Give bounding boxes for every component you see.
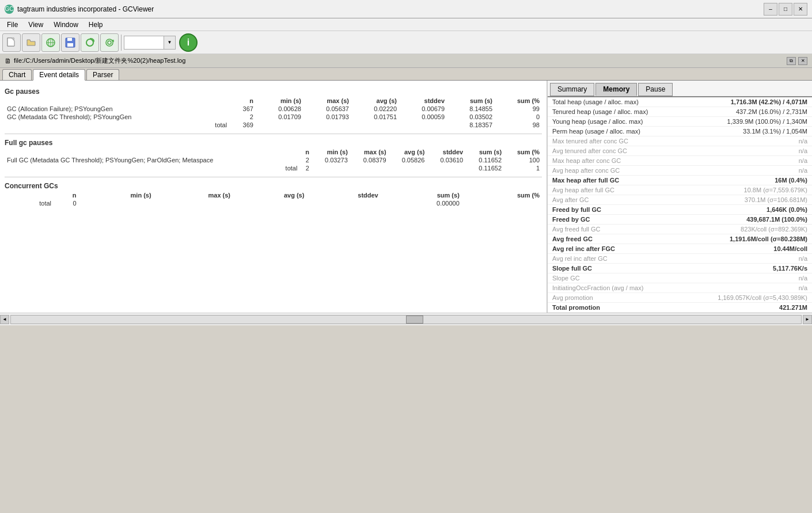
row-name: total bbox=[5, 199, 54, 207]
stats-row: Max heap after full GC 16M (0.4%) bbox=[548, 176, 812, 185]
stat-value: 10.8M (σ=7,559.679K) bbox=[744, 187, 807, 193]
row-sumpct bbox=[462, 199, 542, 207]
svg-rect-7 bbox=[67, 43, 73, 47]
menu-view[interactable]: View bbox=[24, 20, 48, 30]
stats-row: Slope GC n/a bbox=[548, 273, 812, 283]
toolbar: 1000% ▼ i bbox=[0, 31, 812, 54]
tab-summary[interactable]: Summary bbox=[550, 83, 594, 96]
row-max bbox=[154, 199, 233, 207]
col-stddev: stddev bbox=[306, 191, 380, 199]
stats-container: Total heap (usage / alloc. max) 1,716.3M… bbox=[548, 97, 812, 313]
stat-value: n/a bbox=[799, 138, 807, 145]
col-name bbox=[5, 148, 299, 156]
stat-value: 1,169.057K/coll (σ=5,430.989K) bbox=[718, 294, 807, 301]
row-n: 367 bbox=[229, 105, 256, 113]
stat-value: n/a bbox=[799, 275, 807, 282]
tab-chart[interactable]: Chart bbox=[2, 69, 32, 80]
full-gc-pauses-table: n min (s) max (s) avg (s) stddev sum (s)… bbox=[5, 148, 542, 172]
stats-row: Max tenured after conc GC n/a bbox=[548, 136, 812, 146]
row-n: 2 bbox=[229, 113, 256, 121]
close-button[interactable]: ✕ bbox=[794, 3, 807, 16]
row-sum: 8.18357 bbox=[447, 121, 495, 129]
row-max bbox=[350, 164, 389, 172]
concurrent-gcs-header: Concurrent GCs bbox=[5, 180, 542, 191]
content-area: Gc pauses n min (s) max (s) avg (s) stdd… bbox=[0, 81, 812, 325]
tab-parser[interactable]: Parser bbox=[86, 69, 119, 80]
row-n: 2 bbox=[299, 156, 312, 164]
stats-row: InitiatingOccFraction (avg / max) n/a bbox=[548, 283, 812, 293]
save-button[interactable] bbox=[61, 33, 79, 52]
tab-memory[interactable]: Memory bbox=[595, 83, 637, 96]
stat-value: n/a bbox=[799, 167, 807, 174]
row-sumpct: 1 bbox=[504, 164, 542, 172]
app-icon: GC bbox=[5, 5, 14, 14]
title-text: tagtraum industries incorporated - GCVie… bbox=[17, 5, 154, 13]
stat-label: Avg promotion bbox=[552, 294, 718, 301]
stat-value: 370.1M (σ=106.681M) bbox=[745, 196, 807, 203]
minimize-button[interactable]: – bbox=[764, 3, 777, 16]
bottom-scrollbar: ◄ ► bbox=[0, 313, 812, 325]
maximize-button[interactable]: □ bbox=[779, 3, 792, 16]
scrollbar-thumb[interactable] bbox=[406, 316, 423, 324]
col-stddev: stddev bbox=[427, 148, 465, 156]
zoom-input[interactable]: 1000% bbox=[124, 36, 164, 50]
stat-label: Freed by full GC bbox=[552, 206, 767, 213]
tab-pause[interactable]: Pause bbox=[638, 83, 673, 96]
stat-label: Avg tenured after conc GC bbox=[552, 147, 799, 154]
zoom-dropdown[interactable]: ▼ bbox=[164, 36, 176, 50]
col-sumpct: sum (% bbox=[504, 148, 542, 156]
reload-button[interactable] bbox=[81, 33, 99, 52]
col-max: max (s) bbox=[350, 148, 389, 156]
stat-value: n/a bbox=[799, 147, 807, 154]
info-button[interactable]: i bbox=[179, 33, 198, 52]
tab-event-details[interactable]: Event details bbox=[33, 69, 85, 81]
stats-row: Avg rel inc after FGC 10.44M/coll bbox=[548, 244, 812, 254]
gc-pauses-table: n min (s) max (s) avg (s) stddev sum (s)… bbox=[5, 97, 542, 129]
stat-label: Total promotion bbox=[552, 304, 779, 311]
col-max: max (s) bbox=[303, 97, 351, 105]
stat-value: 1,339.9M (100.0%) / 1,340M bbox=[727, 118, 807, 125]
stat-value: 33.1M (3.1%) / 1,054M bbox=[743, 128, 807, 135]
stat-label: Max heap after conc GC bbox=[552, 157, 799, 164]
table-row-total: total 2 0.11652 1 bbox=[5, 164, 542, 172]
menu-file[interactable]: File bbox=[2, 20, 22, 30]
file-icon: 🗎 bbox=[5, 57, 12, 65]
open-button[interactable] bbox=[22, 33, 40, 52]
stats-row: Perm heap (usage / alloc. max) 33.1M (3.… bbox=[548, 127, 812, 136]
row-stddev bbox=[427, 164, 465, 172]
menu-window[interactable]: Window bbox=[49, 20, 83, 30]
reload-all-button[interactable] bbox=[100, 33, 119, 52]
divider-1 bbox=[5, 134, 542, 134]
scrollbar-track[interactable] bbox=[10, 315, 802, 324]
toolbar-separator bbox=[121, 35, 122, 51]
stat-label: Slope full GC bbox=[552, 265, 773, 272]
stats-row: Freed by GC 439,687.1M (100.0%) bbox=[548, 215, 812, 225]
stats-row: Freed by full GC 1,646K (0.0%) bbox=[548, 205, 812, 215]
row-name: total bbox=[5, 121, 229, 129]
row-sumpct: 0 bbox=[495, 113, 542, 121]
row-sum: 0.11652 bbox=[465, 164, 504, 172]
stat-label: Max heap after full GC bbox=[552, 177, 775, 184]
stats-row: Slope full GC 5,117.76K/s bbox=[548, 264, 812, 273]
menu-help[interactable]: Help bbox=[84, 20, 108, 30]
scroll-right[interactable]: ► bbox=[803, 315, 812, 324]
row-sum: 0.11652 bbox=[465, 156, 504, 164]
col-min: min (s) bbox=[312, 148, 350, 156]
close-pane-button[interactable]: ✕ bbox=[798, 57, 807, 65]
row-avg bbox=[351, 121, 399, 129]
scroll-left[interactable]: ◄ bbox=[0, 315, 9, 324]
stat-value: 823K/coll (σ=892.369K) bbox=[741, 226, 807, 233]
row-avg bbox=[233, 199, 306, 207]
svg-point-10 bbox=[108, 41, 111, 44]
stat-value: 16M (0.4%) bbox=[775, 177, 807, 184]
col-max: max (s) bbox=[154, 191, 233, 199]
row-min bbox=[312, 164, 350, 172]
web-button[interactable] bbox=[41, 33, 60, 52]
stat-label: Avg rel inc after GC bbox=[552, 255, 799, 262]
full-gc-pauses-header: Full gc pauses bbox=[5, 136, 542, 148]
col-n: n bbox=[299, 148, 312, 156]
restore-button[interactable]: ⧉ bbox=[787, 57, 796, 65]
new-button[interactable] bbox=[2, 33, 21, 52]
stat-value: 439,687.1M (100.0%) bbox=[746, 216, 807, 223]
col-n: n bbox=[229, 97, 256, 105]
